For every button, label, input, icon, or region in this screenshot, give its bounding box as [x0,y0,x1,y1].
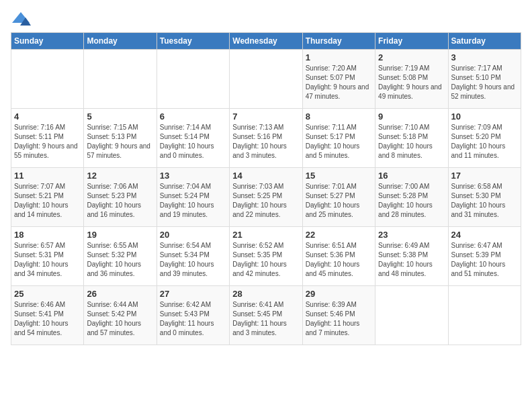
calendar-table: SundayMondayTuesdayWednesdayThursdayFrid… [11,32,521,345]
day-number: 26 [87,289,153,299]
day-number: 15 [306,171,372,181]
page-header [11,11,521,27]
day-number: 13 [160,171,226,181]
day-info: Sunrise: 6:41 AM Sunset: 5:45 PM Dayligh… [232,300,299,338]
day-number: 7 [232,111,299,122]
day-info: Sunrise: 6:54 AM Sunset: 5:34 PM Dayligh… [160,241,226,279]
calendar-cell: 13Sunrise: 7:04 AM Sunset: 5:24 PM Dayli… [157,168,229,227]
calendar-week-row: 4Sunrise: 7:16 AM Sunset: 5:11 PM Daylig… [11,109,521,168]
calendar-cell [157,50,229,109]
calendar-cell: 20Sunrise: 6:54 AM Sunset: 5:34 PM Dayli… [157,227,229,286]
day-number: 8 [306,111,372,122]
day-info: Sunrise: 6:39 AM Sunset: 5:46 PM Dayligh… [306,300,372,338]
day-number: 20 [160,230,226,240]
calendar-cell: 25Sunrise: 6:46 AM Sunset: 5:41 PM Dayli… [11,286,84,345]
day-info: Sunrise: 7:06 AM Sunset: 5:23 PM Dayligh… [87,182,153,220]
day-info: Sunrise: 7:03 AM Sunset: 5:25 PM Dayligh… [232,182,299,220]
day-number: 24 [451,230,518,240]
day-info: Sunrise: 7:01 AM Sunset: 5:27 PM Dayligh… [306,182,372,220]
calendar-cell: 7Sunrise: 7:13 AM Sunset: 5:16 PM Daylig… [230,109,302,168]
day-number: 5 [87,111,153,122]
day-info: Sunrise: 6:42 AM Sunset: 5:43 PM Dayligh… [160,300,226,338]
calendar-cell: 26Sunrise: 6:44 AM Sunset: 5:42 PM Dayli… [84,286,157,345]
calendar-cell: 3Sunrise: 7:17 AM Sunset: 5:10 PM Daylig… [448,50,521,109]
day-info: Sunrise: 7:14 AM Sunset: 5:14 PM Dayligh… [160,123,226,161]
calendar-cell: 11Sunrise: 7:07 AM Sunset: 5:21 PM Dayli… [11,168,84,227]
day-info: Sunrise: 7:16 AM Sunset: 5:11 PM Dayligh… [14,123,81,161]
day-info: Sunrise: 7:04 AM Sunset: 5:24 PM Dayligh… [160,182,226,220]
day-info: Sunrise: 7:17 AM Sunset: 5:10 PM Dayligh… [451,64,518,101]
day-number: 4 [14,111,81,122]
day-info: Sunrise: 6:55 AM Sunset: 5:32 PM Dayligh… [87,241,153,279]
day-number: 25 [14,289,81,299]
day-number: 2 [378,52,445,62]
calendar-cell: 27Sunrise: 6:42 AM Sunset: 5:43 PM Dayli… [157,286,229,345]
calendar-cell: 14Sunrise: 7:03 AM Sunset: 5:25 PM Dayli… [230,168,302,227]
calendar-cell: 6Sunrise: 7:14 AM Sunset: 5:14 PM Daylig… [157,109,229,168]
day-number: 9 [378,111,445,122]
logo-icon [11,11,31,27]
calendar-cell: 5Sunrise: 7:15 AM Sunset: 5:13 PM Daylig… [84,109,157,168]
calendar-cell: 4Sunrise: 7:16 AM Sunset: 5:11 PM Daylig… [11,109,84,168]
day-number: 17 [451,171,518,181]
day-number: 12 [87,171,153,181]
calendar-cell: 18Sunrise: 6:57 AM Sunset: 5:31 PM Dayli… [11,227,84,286]
calendar-week-row: 25Sunrise: 6:46 AM Sunset: 5:41 PM Dayli… [11,286,521,345]
day-number: 6 [160,111,226,122]
logo [11,11,34,27]
day-info: Sunrise: 6:44 AM Sunset: 5:42 PM Dayligh… [87,300,153,338]
day-info: Sunrise: 7:19 AM Sunset: 5:08 PM Dayligh… [378,64,445,101]
calendar-cell: 1Sunrise: 7:20 AM Sunset: 5:07 PM Daylig… [302,50,375,109]
day-info: Sunrise: 6:58 AM Sunset: 5:30 PM Dayligh… [451,182,518,220]
calendar-cell [11,50,84,109]
day-info: Sunrise: 7:00 AM Sunset: 5:28 PM Dayligh… [378,182,445,220]
weekday-header: Saturday [448,33,521,50]
calendar-cell: 8Sunrise: 7:11 AM Sunset: 5:17 PM Daylig… [302,109,375,168]
calendar-cell: 28Sunrise: 6:41 AM Sunset: 5:45 PM Dayli… [230,286,302,345]
day-info: Sunrise: 6:46 AM Sunset: 5:41 PM Dayligh… [14,300,81,338]
day-number: 1 [306,52,372,62]
weekday-header: Sunday [11,33,84,50]
calendar-cell: 17Sunrise: 6:58 AM Sunset: 5:30 PM Dayli… [448,168,521,227]
day-info: Sunrise: 7:11 AM Sunset: 5:17 PM Dayligh… [306,123,372,161]
day-info: Sunrise: 6:57 AM Sunset: 5:31 PM Dayligh… [14,241,81,279]
weekday-header: Thursday [302,33,375,50]
day-number: 16 [378,171,445,181]
calendar-cell [84,50,157,109]
calendar-cell: 12Sunrise: 7:06 AM Sunset: 5:23 PM Dayli… [84,168,157,227]
day-info: Sunrise: 6:51 AM Sunset: 5:36 PM Dayligh… [306,241,372,279]
day-info: Sunrise: 7:15 AM Sunset: 5:13 PM Dayligh… [87,123,153,161]
calendar-cell [230,50,302,109]
day-number: 18 [14,230,81,240]
calendar-cell: 10Sunrise: 7:09 AM Sunset: 5:20 PM Dayli… [448,109,521,168]
day-number: 22 [306,230,372,240]
calendar-week-row: 1Sunrise: 7:20 AM Sunset: 5:07 PM Daylig… [11,50,521,109]
calendar-cell: 19Sunrise: 6:55 AM Sunset: 5:32 PM Dayli… [84,227,157,286]
day-number: 27 [160,289,226,299]
day-number: 28 [232,289,299,299]
day-info: Sunrise: 7:13 AM Sunset: 5:16 PM Dayligh… [232,123,299,161]
weekday-header: Friday [375,33,448,50]
calendar-cell: 9Sunrise: 7:10 AM Sunset: 5:18 PM Daylig… [375,109,448,168]
day-info: Sunrise: 7:10 AM Sunset: 5:18 PM Dayligh… [378,123,445,161]
weekday-header: Monday [84,33,157,50]
calendar-cell: 22Sunrise: 6:51 AM Sunset: 5:36 PM Dayli… [302,227,375,286]
calendar-cell: 23Sunrise: 6:49 AM Sunset: 5:38 PM Dayli… [375,227,448,286]
calendar-cell [448,286,521,345]
day-info: Sunrise: 6:52 AM Sunset: 5:35 PM Dayligh… [232,241,299,279]
calendar-cell [375,286,448,345]
calendar-cell: 21Sunrise: 6:52 AM Sunset: 5:35 PM Dayli… [230,227,302,286]
day-number: 21 [232,230,299,240]
calendar-cell: 24Sunrise: 6:47 AM Sunset: 5:39 PM Dayli… [448,227,521,286]
day-info: Sunrise: 7:07 AM Sunset: 5:21 PM Dayligh… [14,182,81,220]
day-number: 14 [232,171,299,181]
day-info: Sunrise: 7:09 AM Sunset: 5:20 PM Dayligh… [451,123,518,161]
calendar-cell: 29Sunrise: 6:39 AM Sunset: 5:46 PM Dayli… [302,286,375,345]
calendar-cell: 15Sunrise: 7:01 AM Sunset: 5:27 PM Dayli… [302,168,375,227]
day-number: 11 [14,171,81,181]
day-info: Sunrise: 6:47 AM Sunset: 5:39 PM Dayligh… [451,241,518,279]
day-number: 10 [451,111,518,122]
day-number: 23 [378,230,445,240]
weekday-header-row: SundayMondayTuesdayWednesdayThursdayFrid… [11,33,521,50]
calendar-week-row: 11Sunrise: 7:07 AM Sunset: 5:21 PM Dayli… [11,168,521,227]
